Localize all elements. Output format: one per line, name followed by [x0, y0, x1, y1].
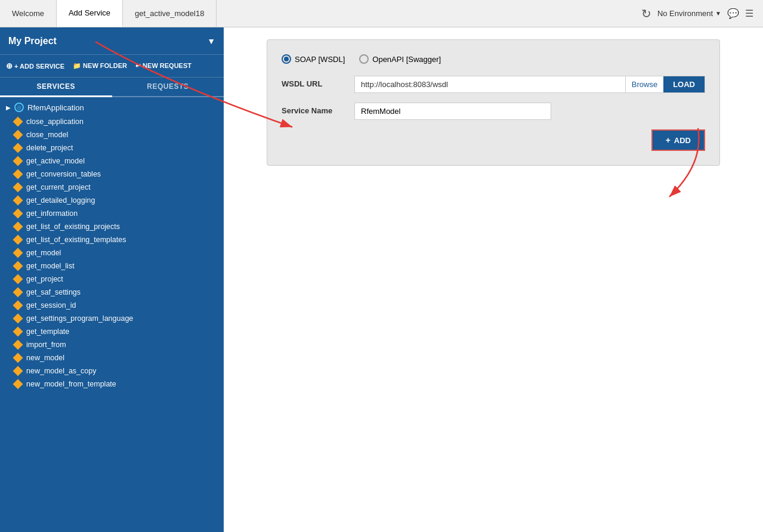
main-layout: My Project ▼ ⊕ + ADD SERVICE 📁 NEW FOLDE… — [0, 27, 763, 532]
tab-welcome[interactable]: Welcome — [0, 0, 57, 27]
globe-icon: ◎ — [14, 103, 24, 112]
radio-group: SOAP [WSDL] OpenAPI [Swagger] — [282, 54, 705, 64]
diamond-icon — [13, 117, 23, 127]
new-request-button[interactable]: ↩ NEW REQUEST — [135, 62, 191, 70]
chevron-down-icon: ▼ — [715, 10, 721, 17]
add-button[interactable]: + ADD — [651, 129, 705, 151]
list-item[interactable]: get_conversion_tables — [0, 168, 224, 181]
wsdl-url-input[interactable] — [355, 76, 625, 92]
tab-spacer — [217, 0, 631, 27]
diamond-icon — [13, 248, 23, 258]
service-name-label: Service Name — [282, 103, 347, 115]
plus-icon: + — [666, 135, 671, 145]
list-item[interactable]: new_model — [0, 351, 224, 364]
plus-icon: ⊕ — [6, 61, 13, 70]
diamond-icon — [13, 209, 23, 219]
project-name: My Project — [8, 36, 57, 47]
diamond-icon — [13, 130, 23, 140]
diamond-icon — [13, 327, 23, 337]
add-service-panel: SOAP [WSDL] OpenAPI [Swagger] WSDL URL B… — [267, 39, 720, 166]
list-item[interactable]: get_list_of_existing_templates — [0, 233, 224, 246]
diamond-icon — [13, 301, 23, 311]
wsdl-url-row: WSDL URL Browse LOAD — [282, 76, 705, 93]
diamond-icon — [13, 287, 23, 298]
diamond-icon — [13, 314, 23, 324]
list-item[interactable]: get_information — [0, 207, 224, 220]
diamond-icon — [13, 235, 23, 245]
list-item[interactable]: get_list_of_existing_projects — [0, 220, 224, 233]
chat-icon[interactable]: 💬 — [727, 8, 739, 19]
refresh-icon[interactable]: ↻ — [641, 7, 651, 21]
tab-get-active-model[interactable]: get_active_model18 — [123, 0, 217, 27]
list-item[interactable]: close_application — [0, 115, 224, 128]
diamond-icon — [13, 366, 23, 376]
radio-soap[interactable]: SOAP [WSDL] — [282, 54, 345, 64]
group-name: RfemApplication — [27, 103, 84, 112]
sidebar-group-rfem[interactable]: ▶ ◎ RfemApplication — [0, 100, 224, 115]
list-item[interactable]: get_template — [0, 325, 224, 338]
content-area: SOAP [WSDL] OpenAPI [Swagger] WSDL URL B… — [224, 27, 763, 532]
sidebar-tabs: SERVICES REQUESTS — [0, 78, 224, 97]
diamond-icon — [13, 222, 23, 232]
list-item[interactable]: new_model_as_copy — [0, 364, 224, 378]
list-item[interactable]: new_model_from_template — [0, 378, 224, 391]
radio-openapi[interactable]: OpenAPI [Swagger] — [359, 54, 441, 64]
tab-add-service[interactable]: Add Service — [57, 0, 123, 27]
new-folder-button[interactable]: 📁 NEW FOLDER — [73, 62, 127, 70]
list-item[interactable]: get_model — [0, 246, 224, 259]
project-dropdown-icon[interactable]: ▼ — [207, 36, 215, 46]
diamond-icon — [13, 143, 23, 153]
diamond-icon — [13, 169, 23, 180]
sidebar-toolbar: ⊕ + ADD SERVICE 📁 NEW FOLDER ↩ NEW REQUE… — [0, 55, 224, 78]
list-item[interactable]: get_project — [0, 273, 224, 286]
menu-icon[interactable]: ☰ — [745, 8, 753, 19]
service-name-row: Service Name — [282, 103, 705, 120]
service-name-input[interactable] — [354, 103, 551, 120]
list-item[interactable]: get_settings_program_language — [0, 312, 224, 325]
add-button-row: + ADD — [282, 129, 705, 151]
expand-icon: ▶ — [6, 104, 11, 111]
list-item[interactable]: get_active_model — [0, 154, 224, 168]
no-environment-dropdown[interactable]: No Environment ▼ — [657, 9, 721, 18]
list-item[interactable]: get_current_project — [0, 181, 224, 194]
diamond-icon — [13, 183, 23, 193]
list-item[interactable]: get_model_list — [0, 259, 224, 273]
radio-circle-openapi — [359, 54, 369, 64]
diamond-icon — [13, 196, 23, 206]
tab-actions: ↻ No Environment ▼ 💬 ☰ — [632, 0, 763, 27]
add-button-label: ADD — [674, 136, 691, 145]
add-service-button[interactable]: ⊕ + ADD SERVICE — [6, 61, 64, 70]
sidebar-list: ▶ ◎ RfemApplication close_application cl… — [0, 97, 224, 532]
diamond-icon — [13, 156, 23, 166]
list-item[interactable]: import_from — [0, 338, 224, 351]
sidebar-header: My Project ▼ — [0, 27, 224, 55]
load-button[interactable]: LOAD — [663, 76, 705, 92]
diamond-icon — [13, 379, 23, 389]
diamond-icon — [13, 274, 23, 284]
diamond-icon — [13, 261, 23, 271]
wsdl-input-group: Browse LOAD — [354, 76, 705, 93]
browse-link[interactable]: Browse — [625, 76, 663, 92]
wsdl-url-label: WSDL URL — [282, 76, 347, 88]
list-item[interactable]: get_saf_settings — [0, 286, 224, 299]
list-item[interactable]: close_model — [0, 128, 224, 141]
diamond-icon — [13, 353, 23, 363]
diamond-icon — [13, 340, 23, 350]
tab-services[interactable]: SERVICES — [0, 78, 112, 97]
radio-circle-soap — [282, 54, 291, 64]
list-item[interactable]: get_session_id — [0, 299, 224, 312]
tab-bar: Welcome Add Service get_active_model18 ↻… — [0, 0, 763, 27]
list-item[interactable]: delete_project — [0, 141, 224, 154]
list-item[interactable]: get_detailed_logging — [0, 194, 224, 207]
sidebar: My Project ▼ ⊕ + ADD SERVICE 📁 NEW FOLDE… — [0, 27, 224, 532]
tab-requests[interactable]: REQUESTS — [112, 78, 224, 96]
